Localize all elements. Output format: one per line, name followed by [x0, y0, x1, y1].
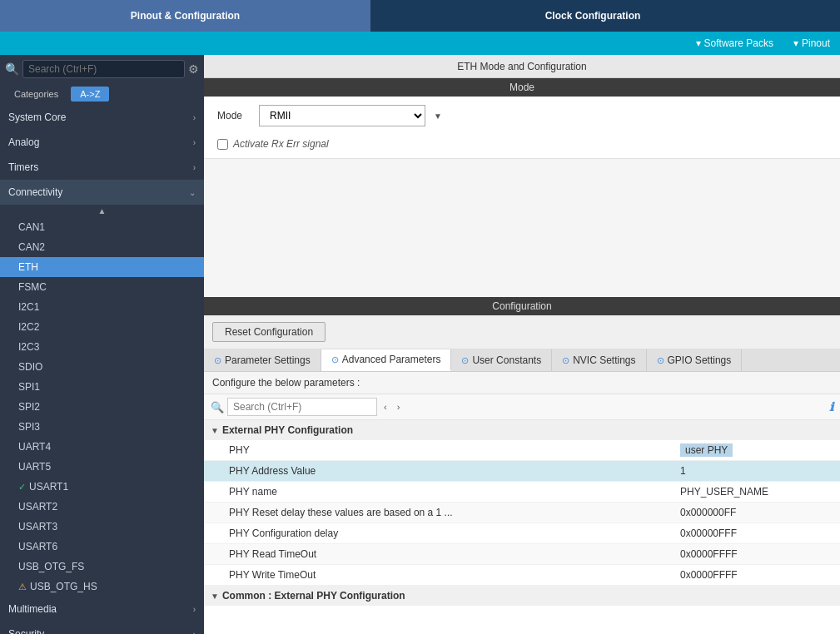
sidebar-item-can2[interactable]: CAN2 [0, 237, 204, 257]
warning-icon-usb-hs: ⚠ [18, 582, 27, 592]
tree-val-phy-config-delay[interactable]: 0x00000FFF [673, 523, 840, 543]
security-label: Security [8, 628, 44, 634]
sidebar-item-spi3[interactable]: SPI3 [0, 417, 204, 437]
pinout-header[interactable]: Pinout & Configuration [0, 0, 370, 32]
chevron-right-icon-analog: › [193, 138, 196, 147]
sidebar-item-usart6[interactable]: USART6 [0, 537, 204, 557]
tab-gpio-settings[interactable]: ⊙ GPIO Settings [647, 349, 743, 371]
sidebar-section-header-system-core[interactable]: System Core › [0, 105, 204, 130]
sidebar-item-sdio[interactable]: SDIO [0, 357, 204, 377]
tab-az[interactable]: A->Z [71, 87, 109, 102]
tab-parameter-settings[interactable]: ⊙ Parameter Settings [204, 349, 321, 371]
software-packs-label: Software Packs [704, 37, 773, 49]
sidebar-item-spi2[interactable]: SPI2 [0, 397, 204, 417]
sidebar-section-header-analog[interactable]: Analog › [0, 130, 204, 155]
sidebar-section-analog: Analog › [0, 130, 204, 155]
sidebar-search-input[interactable] [22, 60, 185, 78]
search-icon: 🔍 [5, 62, 19, 76]
sidebar-item-spi1[interactable]: SPI1 [0, 377, 204, 397]
sidebar-item-i2c1[interactable]: I2C1 [0, 297, 204, 317]
sidebar: 🔍 ⚙ Categories A->Z System Core › Analog… [0, 55, 204, 634]
tab-icon-nvic: ⊙ [562, 355, 569, 366]
tab-icon-advanced: ⊙ [331, 354, 339, 365]
sidebar-search-bar: 🔍 ⚙ [0, 55, 204, 83]
software-packs-menu[interactable]: ▾ Software Packs [686, 37, 783, 49]
tree-rows-external-phy: PHY user PHY PHY Address Value 1 [204, 440, 840, 586]
sidebar-item-uart5[interactable]: UART5 [0, 457, 204, 477]
tree-val-phy-name[interactable]: PHY_USER_NAME [673, 482, 840, 502]
reset-btn-row: Reset Configuration [204, 315, 840, 349]
phy-value-badge: user PHY [680, 443, 733, 457]
chevron-right-icon-timers: › [193, 163, 196, 172]
chevron-down-icon-2: ▾ [793, 37, 798, 49]
pinout-header-label: Pinout & Configuration [131, 10, 240, 22]
tab-advanced-parameters[interactable]: ⊙ Advanced Parameters [321, 349, 452, 371]
scroll-up-icon: ▲ [98, 206, 107, 215]
search-icon-params: 🔍 [211, 401, 224, 414]
tree-val-phy[interactable]: user PHY [673, 440, 840, 460]
sidebar-item-fsmc[interactable]: FSMC [0, 277, 204, 297]
sidebar-section-header-security[interactable]: Security › [0, 622, 204, 634]
pinout-menu[interactable]: ▾ Pinout [783, 37, 840, 49]
tree-val-phy-reset-delay[interactable]: 0x000000FF [673, 503, 840, 523]
sidebar-item-i2c2[interactable]: I2C2 [0, 317, 204, 337]
config-body: Reset Configuration ⊙ Parameter Settings… [204, 315, 840, 634]
clock-header-label: Clock Configuration [545, 10, 641, 22]
sidebar-item-i2c3[interactable]: I2C3 [0, 337, 204, 357]
sidebar-section-multimedia: Multimedia › [0, 597, 204, 622]
params-search-input[interactable] [227, 398, 377, 416]
prev-search-button[interactable]: ‹ [380, 400, 390, 414]
tree-header-common-phy[interactable]: ▼ Common : External PHY Configuration [204, 586, 840, 606]
tab-icon-params: ⊙ [214, 355, 221, 366]
info-icon: ℹ [829, 400, 833, 414]
config-section-header: Configuration [204, 297, 840, 315]
mode-select[interactable]: RMII MII Disable [259, 105, 425, 126]
tab-icon-gpio: ⊙ [657, 355, 664, 366]
chevron-down-icon: ▾ [696, 37, 701, 49]
reset-configuration-button[interactable]: Reset Configuration [212, 322, 326, 342]
sidebar-section-header-connectivity[interactable]: Connectivity ⌄ [0, 180, 204, 205]
mode-section-title: Mode [211, 82, 833, 93]
clock-header[interactable]: Clock Configuration [370, 0, 815, 32]
table-row: PHY Read TimeOut 0x0000FFFF [204, 544, 840, 565]
sidebar-section-header-multimedia[interactable]: Multimedia › [0, 597, 204, 622]
params-header-text: Configure the below parameters : [204, 372, 840, 394]
tree-header-external-phy[interactable]: ▼ External PHY Configuration [204, 420, 840, 440]
spacer [204, 159, 840, 292]
check-icon-usart1: ✓ [18, 482, 26, 493]
sidebar-section-connectivity: Connectivity ⌄ ▲ CAN1 CAN2 ETH FSMC I2C1… [0, 180, 204, 597]
sidebar-item-usart2[interactable]: USART2 [0, 497, 204, 517]
config-tabs-row: ⊙ Parameter Settings ⊙ Advanced Paramete… [204, 349, 840, 372]
tab-user-constants[interactable]: ⊙ User Constants [451, 349, 552, 371]
tree-key-phy-name: PHY name [204, 482, 673, 502]
dropdown-arrow-icon: ▼ [434, 111, 442, 121]
tab-nvic-settings[interactable]: ⊙ NVIC Settings [552, 349, 646, 371]
system-core-label: System Core [8, 111, 66, 123]
rx-err-label: Activate Rx Err signal [233, 138, 329, 150]
sub-header: ▾ Software Packs ▾ Pinout [0, 32, 840, 55]
sidebar-section-header-timers[interactable]: Timers › [0, 155, 204, 180]
next-search-button[interactable]: › [394, 400, 404, 414]
sidebar-item-usb-otg-fs[interactable]: USB_OTG_FS [0, 557, 204, 577]
sidebar-item-usart1[interactable]: ✓ USART1 [0, 477, 204, 497]
tab-categories[interactable]: Categories [5, 87, 67, 102]
tree-key-phy-read-timeout: PHY Read TimeOut [204, 544, 673, 564]
sidebar-item-uart4[interactable]: UART4 [0, 437, 204, 457]
content-area: ETH Mode and Configuration Mode Mode RMI… [204, 55, 840, 634]
tree-val-phy-write-timeout[interactable]: 0x0000FFFF [673, 565, 840, 585]
table-row: PHY Write TimeOut 0x0000FFFF [204, 565, 840, 586]
tree-section-label-common-phy: Common : External PHY Configuration [222, 590, 405, 602]
timers-label: Timers [8, 161, 38, 173]
gear-icon[interactable]: ⚙ [188, 62, 199, 76]
chevron-right-icon-security: › [193, 630, 196, 635]
rx-err-checkbox[interactable] [217, 139, 228, 150]
sidebar-item-eth[interactable]: ETH [0, 257, 204, 277]
sidebar-section-system-core: System Core › [0, 105, 204, 130]
table-row: PHY Configuration delay 0x00000FFF [204, 523, 840, 544]
sidebar-item-can1[interactable]: CAN1 [0, 217, 204, 237]
sidebar-section-security: Security › [0, 622, 204, 634]
tree-val-phy-read-timeout[interactable]: 0x0000FFFF [673, 544, 840, 564]
sidebar-item-usart3[interactable]: USART3 [0, 517, 204, 537]
sidebar-item-usb-otg-hs[interactable]: ⚠ USB_OTG_HS [0, 577, 204, 597]
tree-val-phy-address[interactable]: 1 [673, 461, 840, 481]
